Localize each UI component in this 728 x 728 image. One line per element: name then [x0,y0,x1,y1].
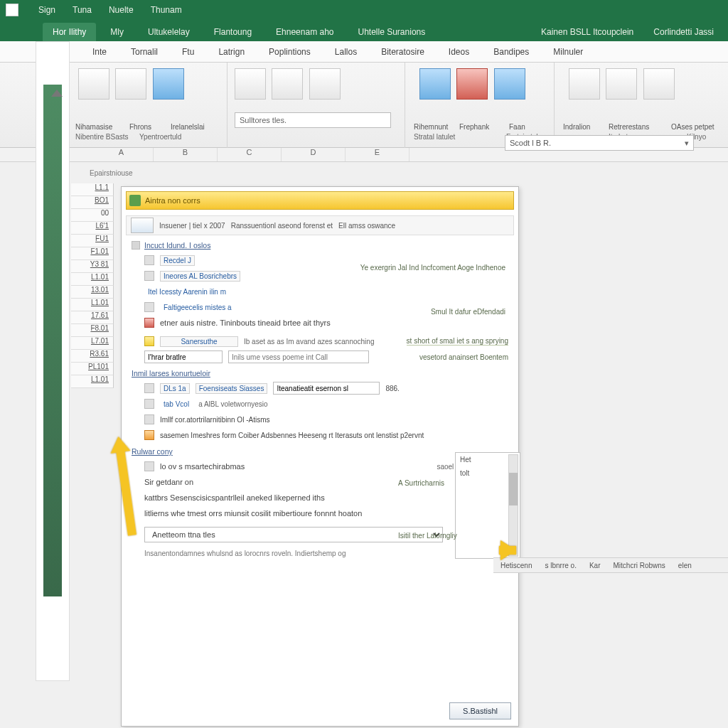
row-head[interactable]: Y3 81 [71,260,114,273]
ribbon-tab[interactable]: Latrign [218,47,245,57]
dialog-section: Inmil larses konurtueloir DLs 1a Foensis… [132,369,508,441]
ribbon-button[interactable] [419,68,451,100]
tabs-right-link[interactable]: Corlindetti Jassi [653,27,714,41]
row-head[interactable]: 00 [71,209,114,222]
ribbon-tab[interactable]: Lallos [335,47,357,57]
tab[interactable]: Uhtelle Suranions [348,23,436,41]
grid-cell-text: sasemen Imeshres form Coiber Adsbennes H… [160,432,424,439]
grid-cell-text: 886. [385,385,399,392]
row-head[interactable]: F1.01 [71,247,114,260]
dropdown-hint: Insanentondamnes whulsnd as lorocnrs rov… [144,550,346,557]
col-head[interactable]: A [90,148,154,161]
grid-cell-button[interactable]: DLs 1a [160,383,190,394]
row-head[interactable]: L1.01 [71,375,114,388]
col-head[interactable]: B [154,148,218,161]
item-icon [144,399,154,409]
menu-item[interactable]: Thunam [151,5,182,15]
row-head[interactable]: R3.61 [71,350,114,363]
row-head[interactable]: BO1 [71,196,114,209]
ribbon-tab[interactable]: Poplintions [269,47,311,57]
ribbon-tab[interactable]: Tornalil [131,47,158,57]
tab[interactable]: Hor Ilithy [43,23,96,41]
side-note: Isitil ther Lalorngliy [398,532,715,540]
tab[interactable]: Mly [100,23,134,41]
row-head[interactable]: F8.01 [71,324,114,337]
ribbon-button[interactable] [235,68,266,100]
tabs-right-link[interactable]: Kainen BSLL Itcoupclein [541,27,633,41]
ribbon-search-input[interactable]: Sulltores tles. [235,112,391,128]
ribbon-button[interactable] [456,68,488,100]
row-head[interactable]: L1.01 [71,299,114,311]
col-head[interactable]: D [282,148,346,161]
name-box[interactable]: Epairstniouse [90,169,133,177]
ribbon-button[interactable] [494,68,525,100]
row-headings: L1.1 BO1 00 L6'1 FU1 F1.01 Y3 81 L1.01 1… [71,183,114,388]
row-head[interactable]: PL101 [71,363,114,375]
menu-item[interactable]: Tuna [73,5,92,15]
tab[interactable]: Ultukelelay [138,23,200,41]
document-icon [6,4,18,16]
ribbon-button[interactable] [643,68,675,100]
grid-cell-link[interactable]: tab Vcol [160,399,193,410]
ribbon-button-label: Faan [509,123,525,131]
item-icon [144,255,154,265]
section-title-text: Rulwar cony [132,447,173,456]
preview-thumb-icon [131,218,154,233]
ok-button[interactable]: S.Bastishl [449,702,511,719]
ribbon-tab[interactable]: Inte [92,47,107,57]
tab[interactable]: Flantoung [204,23,262,41]
ribbon-button[interactable] [78,68,109,100]
option-button[interactable]: Ineores AL Bosrichebrs [160,271,240,282]
label-input[interactable] [144,350,223,363]
pair-mid-text: Ib aset as as Im avand azes scannoching [244,338,374,346]
option-link[interactable]: Itel Icessty Aarenin ilin m [144,287,230,297]
pair-button[interactable]: Sanersuthe [160,336,238,347]
ribbon-button[interactable] [153,68,184,100]
row-head[interactable]: L1.1 [71,183,114,196]
ribbon-tab[interactable]: Bandipes [493,47,529,57]
row-head[interactable]: FU1 [71,235,114,247]
sheet-tab[interactable]: Hetiscenn [500,562,532,569]
sheet-tab[interactable]: s lbnrre o. [545,562,576,569]
ribbon-button[interactable] [606,68,637,100]
grid-cell-input[interactable] [273,382,380,395]
grid-cell-button[interactable]: Foensiseats Siasses [196,383,268,394]
sheet-tab[interactable]: Kar [589,562,601,569]
sheet-tab[interactable]: elen [678,562,692,569]
col-head[interactable]: E [346,148,410,161]
row-head[interactable]: L7.01 [71,337,114,350]
col-head[interactable]: C [218,148,282,161]
value-input[interactable] [228,350,369,363]
option-button[interactable]: Recdel J [160,255,195,266]
toolbar-text: Ell amss oswance [338,222,395,230]
menu-item[interactable]: Sign [38,5,55,15]
sheet-tab[interactable]: Mitchcri Robwns [614,562,665,569]
ribbon-button[interactable] [272,68,303,100]
row-head[interactable]: 13.01 [71,286,114,299]
section-title: Incuct Idund. I oslos [132,241,508,250]
sheet-tabs: Hetiscenn s lbnrre o. Kar Mitchcri Robwn… [493,557,728,573]
row-head[interactable]: 17.61 [71,311,114,324]
ribbon-tab[interactable]: Ftu [182,47,194,57]
ribbon-tab[interactable]: Ideos [449,47,469,57]
section-icon [132,241,140,250]
ribbon-button[interactable] [309,68,341,100]
ribbon-dropdown[interactable]: Scodt l B R. [505,135,694,151]
ribbon-button-label: Rihemnunt [414,123,448,131]
tab[interactable]: Ehneenam aho [266,23,343,41]
row-head[interactable]: L6'1 [71,222,114,235]
menu-item[interactable]: Nuelte [109,5,134,15]
ribbon-button[interactable] [569,68,600,100]
ribbon-tab[interactable]: Biteratosire [381,47,424,57]
ribbon-button[interactable] [115,68,146,100]
chevron-up-icon [51,90,63,97]
option-link[interactable]: Faltigeecelis mistes a [160,302,235,313]
ribbon-button-label: Indralion [563,123,590,131]
side-note: A Surtricharnis [398,479,715,487]
ribbon-group-caption: Stratal latulet [414,133,455,141]
ribbon-tab[interactable]: Milnuler [553,47,583,57]
item-icon [144,414,154,424]
row-head[interactable]: L1.01 [71,273,114,286]
scrollbar-thumb[interactable] [509,473,518,505]
ribbon-group-caption: Ypentroertuld [139,133,181,141]
